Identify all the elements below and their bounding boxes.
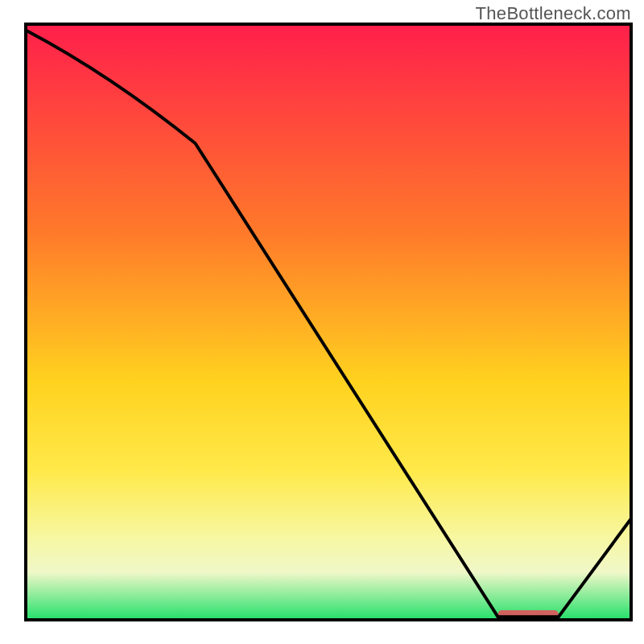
bottleneck-chart: [0, 0, 644, 644]
watermark-text: TheBottleneck.com: [476, 3, 631, 24]
plot-background: [26, 24, 631, 620]
chart-stage: TheBottleneck.com: [0, 0, 644, 644]
